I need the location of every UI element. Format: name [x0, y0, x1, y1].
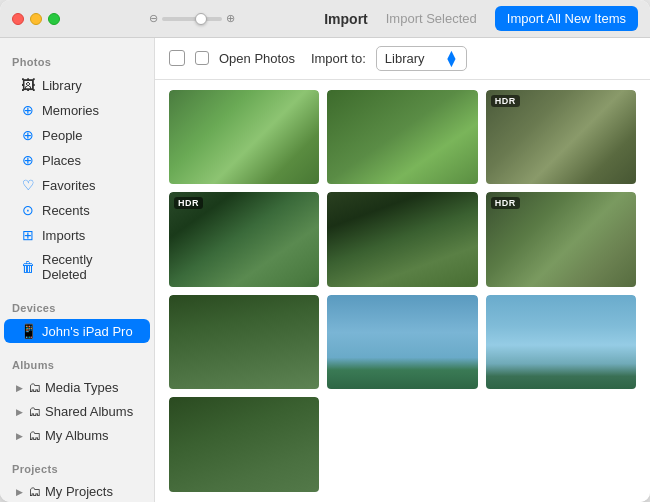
sidebar-item-ipad-label: John's iPad Pro: [42, 324, 133, 339]
sidebar-item-recently-deleted[interactable]: 🗑 Recently Deleted: [4, 248, 150, 286]
my-projects-icon: 🗂: [28, 484, 41, 499]
expand-arrow-shared-icon: ▶: [14, 407, 24, 417]
sidebar-item-my-albums-label: My Albums: [45, 428, 109, 443]
open-photos-checkbox[interactable]: [195, 51, 209, 65]
photo-cell-1[interactable]: [169, 90, 319, 185]
ipad-icon: 📱: [20, 323, 36, 339]
sidebar-item-favorites[interactable]: ♡ Favorites: [4, 173, 150, 197]
main-layout: Photos 🖼 Library ⊕ Memories ⊕ People ⊕ P…: [0, 38, 650, 502]
sidebar-item-recents-label: Recents: [42, 203, 90, 218]
sidebar-item-my-albums[interactable]: ▶ 🗂 My Albums: [4, 424, 150, 447]
close-button[interactable]: [12, 13, 24, 25]
my-albums-icon: 🗂: [28, 428, 41, 443]
photo-cell-2[interactable]: [327, 90, 477, 185]
maximize-button[interactable]: [48, 13, 60, 25]
sidebar-item-places-label: Places: [42, 153, 81, 168]
import-destination-dropdown[interactable]: Library ▲ ▼: [376, 46, 468, 71]
expand-arrow-my-albums-icon: ▶: [14, 431, 24, 441]
zoom-slider-container: ⊖ ⊕: [149, 12, 235, 25]
sidebar-item-shared-albums[interactable]: ▶ 🗂 Shared Albums: [4, 400, 150, 423]
photo-image-5: [327, 192, 477, 287]
photo-image-9: [486, 295, 636, 390]
photo-cell-3[interactable]: HDR: [486, 90, 636, 185]
sidebar-item-recents[interactable]: ⊙ Recents: [4, 198, 150, 222]
content-area: Open Photos Import to: Library ▲ ▼: [155, 38, 650, 502]
slider-thumb: [195, 13, 207, 25]
import-heading: Import: [324, 11, 368, 27]
sidebar-item-library[interactable]: 🖼 Library: [4, 73, 150, 97]
hdr-badge-3: HDR: [491, 95, 520, 107]
sidebar-item-imports[interactable]: ⊞ Imports: [4, 223, 150, 247]
media-types-icon: 🗂: [28, 380, 41, 395]
photo-cell-8[interactable]: [327, 295, 477, 390]
sidebar-item-memories[interactable]: ⊕ Memories: [4, 98, 150, 122]
memories-icon: ⊕: [20, 102, 36, 118]
sidebar-item-imports-label: Imports: [42, 228, 85, 243]
photo-cell-9[interactable]: [486, 295, 636, 390]
photo-image-7: [169, 295, 319, 390]
recents-icon: ⊙: [20, 202, 36, 218]
photo-image-8: [327, 295, 477, 390]
photo-cell-5[interactable]: [327, 192, 477, 287]
photo-grid: HDR HDR HDR: [155, 80, 650, 502]
import-all-button[interactable]: Import All New Items: [495, 6, 638, 31]
import-selected-button[interactable]: Import Selected: [376, 7, 487, 30]
main-window: ⊖ ⊕ Import Import Selected Import All Ne…: [0, 0, 650, 502]
import-destination-value: Library: [385, 51, 425, 66]
sidebar: Photos 🖼 Library ⊕ Memories ⊕ People ⊕ P…: [0, 38, 155, 502]
content-toolbar: Open Photos Import to: Library ▲ ▼: [155, 38, 650, 80]
sidebar-item-ipad[interactable]: 📱 John's iPad Pro: [4, 319, 150, 343]
sidebar-item-shared-albums-label: Shared Albums: [45, 404, 133, 419]
titlebar-center: ⊖ ⊕: [68, 12, 316, 25]
library-icon: 🖼: [20, 77, 36, 93]
zoom-out-icon: ⊖: [149, 12, 158, 25]
hdr-badge-4: HDR: [174, 197, 203, 209]
sidebar-item-favorites-label: Favorites: [42, 178, 95, 193]
photo-image-1: [169, 90, 319, 185]
photo-cell-7[interactable]: [169, 295, 319, 390]
photo-image-2: [327, 90, 477, 185]
photo-cell-10[interactable]: [169, 397, 319, 492]
photo-cell-6[interactable]: HDR: [486, 192, 636, 287]
zoom-in-icon: ⊕: [226, 12, 235, 25]
sidebar-item-people[interactable]: ⊕ People: [4, 123, 150, 147]
select-all-checkbox[interactable]: [169, 50, 185, 66]
sidebar-item-my-projects-label: My Projects: [45, 484, 113, 499]
people-icon: ⊕: [20, 127, 36, 143]
photos-section-header: Photos: [0, 48, 154, 72]
devices-section-header: Devices: [0, 294, 154, 318]
sidebar-item-media-types[interactable]: ▶ 🗂 Media Types: [4, 376, 150, 399]
dropdown-arrow-icon: ▲ ▼: [445, 50, 459, 67]
expand-arrow-projects-icon: ▶: [14, 487, 24, 497]
sidebar-item-library-label: Library: [42, 78, 82, 93]
expand-arrow-icon: ▶: [14, 383, 24, 393]
zoom-slider[interactable]: [162, 17, 222, 21]
sidebar-item-my-projects[interactable]: ▶ 🗂 My Projects: [4, 480, 150, 502]
projects-section-header: Projects: [0, 455, 154, 479]
import-to-label: Import to:: [311, 51, 366, 66]
titlebar: ⊖ ⊕ Import Import Selected Import All Ne…: [0, 0, 650, 38]
photo-image-10: [169, 397, 319, 492]
sidebar-item-recently-deleted-label: Recently Deleted: [42, 252, 138, 282]
places-icon: ⊕: [20, 152, 36, 168]
shared-albums-icon: 🗂: [28, 404, 41, 419]
sidebar-item-people-label: People: [42, 128, 82, 143]
minimize-button[interactable]: [30, 13, 42, 25]
recently-deleted-icon: 🗑: [20, 259, 36, 275]
titlebar-right: Import Import Selected Import All New It…: [324, 6, 638, 31]
sidebar-item-memories-label: Memories: [42, 103, 99, 118]
sidebar-item-places[interactable]: ⊕ Places: [4, 148, 150, 172]
favorites-icon: ♡: [20, 177, 36, 193]
albums-section-header: Albums: [0, 351, 154, 375]
hdr-badge-6: HDR: [491, 197, 520, 209]
photo-cell-4[interactable]: HDR: [169, 192, 319, 287]
traffic-lights: [12, 13, 60, 25]
imports-icon: ⊞: [20, 227, 36, 243]
sidebar-item-media-types-label: Media Types: [45, 380, 118, 395]
open-photos-label: Open Photos: [219, 51, 295, 66]
